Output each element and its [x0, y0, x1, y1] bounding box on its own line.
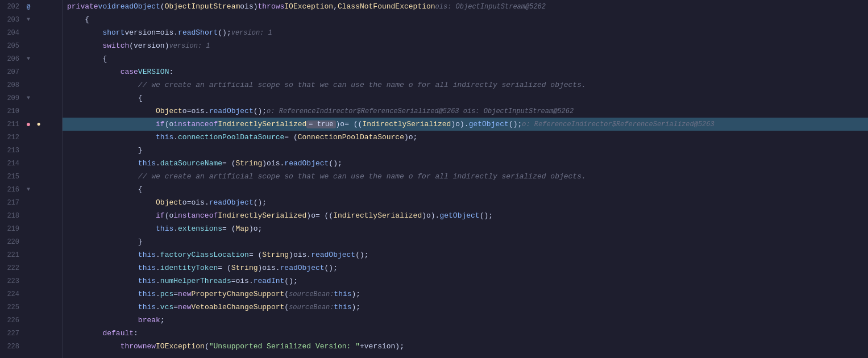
indent: [67, 94, 138, 102]
fold-icon[interactable]: ▼: [24, 94, 33, 103]
token-var: ois: [160, 28, 173, 37]
code-line[interactable]: default:: [63, 327, 868, 340]
indent: [67, 55, 102, 63]
gutter-row: 206▼: [0, 52, 62, 65]
token-var: ois: [191, 198, 204, 207]
code-line[interactable]: {: [63, 13, 868, 26]
code-content[interactable]: private void readObject( ObjectInputStre…: [63, 0, 868, 358]
token-punc: );: [395, 342, 404, 351]
code-line[interactable]: {: [63, 91, 868, 105]
token-punc: .: [173, 224, 178, 233]
code-line[interactable]: Object o = ois.readObject();: [63, 196, 868, 209]
code-line[interactable]: private void readObject( ObjectInputStre…: [63, 0, 868, 13]
code-line[interactable]: // we create an artificial scope so that…: [63, 78, 868, 91]
token-punc: ();: [325, 264, 338, 272]
token-kw2: short: [102, 28, 124, 37]
token-punc: .: [156, 303, 160, 311]
code-line[interactable]: this.dataSourceName = (String) ois.readO…: [63, 157, 868, 170]
code-line[interactable]: if (o instanceof IndirectlySerialized) o…: [63, 209, 868, 222]
code-line[interactable]: this.connectionPoolDataSource = (Connect…: [63, 131, 868, 144]
indent: [67, 107, 156, 115]
code-line[interactable]: if (o instanceof IndirectlySerialized = …: [63, 118, 868, 131]
code-line[interactable]: this.factoryClassLocation = (String) ois…: [63, 248, 868, 261]
token-this-kw: this: [138, 303, 156, 311]
indent: [67, 15, 85, 24]
code-line[interactable]: switch (version) version: 1: [63, 39, 868, 52]
token-punc: .: [280, 159, 285, 168]
token-punc: :: [169, 68, 173, 76]
token-punc: (: [284, 303, 289, 311]
token-ann: VERSION: [138, 68, 169, 76]
token-var: o: [426, 211, 431, 220]
token-punc: {: [85, 15, 89, 24]
token-punc: =: [187, 107, 192, 115]
token-var: o: [182, 107, 187, 115]
line-number: 227: [2, 330, 24, 338]
line-number: 228: [2, 343, 24, 351]
code-line[interactable]: this.pcs = new PropertyChangeSupport( so…: [63, 288, 868, 301]
token-this-kw: this: [334, 303, 351, 311]
token-punc: ): [165, 41, 169, 50]
indent: [67, 238, 138, 246]
fold-icon[interactable]: ▼: [24, 15, 33, 24]
token-field: identityToken: [160, 264, 218, 272]
token-kw: instanceof: [173, 211, 218, 220]
token-fn: readShort: [178, 28, 218, 37]
token-punc: (: [165, 211, 169, 220]
code-line[interactable]: }: [63, 235, 868, 248]
code-line[interactable]: {: [63, 52, 868, 65]
line-number: 217: [2, 199, 24, 207]
token-punc: }: [138, 146, 143, 155]
line-number: 210: [2, 107, 24, 115]
code-line[interactable]: break;: [63, 314, 868, 327]
indent: [67, 159, 138, 168]
token-punc: ): [451, 120, 455, 128]
indent: [67, 211, 156, 220]
token-punc: = (: [222, 159, 235, 168]
code-line[interactable]: throw new IOException("Unsupported Seria…: [63, 340, 868, 353]
indent: [67, 41, 102, 50]
line-number: 223: [2, 277, 24, 285]
gutter-row: 214: [0, 157, 62, 170]
gutter-row: 227: [0, 327, 62, 340]
code-line[interactable]: short version = ois.readShort(); version…: [63, 26, 868, 39]
fold-icon[interactable]: ▼: [24, 185, 33, 194]
line-number: 204: [2, 29, 24, 37]
token-this-kw: this: [138, 264, 156, 272]
token-this-kw: this: [138, 277, 156, 285]
fold-icon[interactable]: ▼: [24, 55, 33, 64]
token-punc: ();: [284, 277, 297, 285]
breakpoint-icon[interactable]: ●: [24, 120, 33, 129]
gutter-row: 209▼: [0, 91, 62, 105]
line-number: 224: [2, 290, 24, 298]
token-punc: = ((: [344, 120, 362, 128]
code-line[interactable]: this.vcs = new VetoableChangeSupport( so…: [63, 301, 868, 314]
token-punc: (: [165, 120, 169, 128]
code-line[interactable]: // we create an artificial scope so that…: [63, 170, 868, 183]
token-kw: throws: [258, 2, 285, 11]
gutter-row: 226: [0, 314, 62, 327]
gutter-row: 212: [0, 131, 62, 144]
inline-tag: = true: [306, 120, 335, 128]
line-number: 206: [2, 55, 24, 63]
token-punc: (: [160, 2, 165, 11]
token-var: o: [455, 120, 460, 128]
indent: [67, 185, 138, 194]
token-punc: .: [156, 277, 160, 285]
token-this-kw: this: [138, 251, 156, 259]
code-line[interactable]: case VERSION:: [63, 65, 868, 78]
gutter-row: 210: [0, 105, 62, 118]
token-kw: if: [156, 120, 165, 128]
token-punc: ();: [218, 28, 231, 37]
code-line[interactable]: }: [63, 144, 868, 157]
token-field: factoryClassLocation: [160, 251, 249, 259]
code-line[interactable]: Object o = ois.readObject(); o: Referenc…: [63, 105, 868, 118]
line-number: 226: [2, 317, 24, 324]
code-line[interactable]: this.numHelperThreads = ois.readInt();: [63, 274, 868, 288]
code-line[interactable]: this.extensions = (Map) o;: [63, 222, 868, 235]
code-line[interactable]: {: [63, 183, 868, 196]
indent: [67, 81, 138, 89]
code-line[interactable]: this.identityToken = (String) ois.readOb…: [63, 261, 868, 274]
token-punc: ): [336, 120, 340, 128]
token-punc: ();: [509, 120, 522, 128]
